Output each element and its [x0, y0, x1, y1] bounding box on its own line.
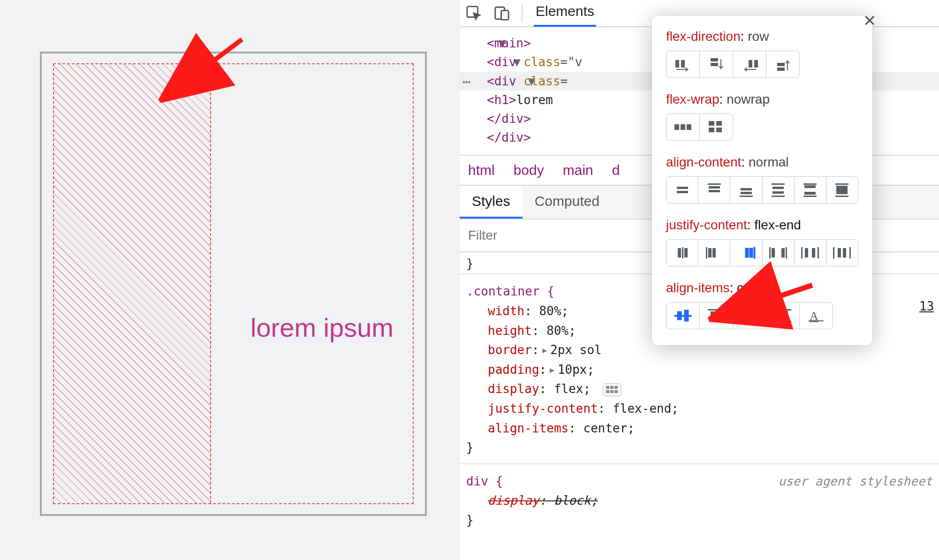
svg-rect-36 [772, 196, 785, 197]
label-flex-direction: flex-direction: row [666, 29, 858, 44]
svg-rect-61 [833, 247, 834, 258]
align-content-stretch-button[interactable] [826, 176, 858, 204]
svg-rect-27 [708, 183, 721, 185]
svg-rect-54 [772, 248, 775, 257]
svg-rect-76 [784, 311, 788, 320]
svg-rect-64 [849, 247, 851, 258]
flex-direction-column-button[interactable] [699, 51, 733, 78]
tab-styles[interactable]: Styles [460, 186, 523, 219]
svg-rect-59 [812, 248, 815, 257]
svg-rect-41 [835, 183, 848, 185]
svg-rect-20 [687, 124, 691, 130]
svg-rect-3 [501, 10, 509, 20]
svg-rect-62 [838, 248, 841, 257]
justify-content-center-button[interactable] [666, 239, 698, 266]
svg-rect-72 [751, 310, 755, 321]
svg-rect-55 [781, 248, 785, 257]
flex-direction-row-button[interactable] [666, 51, 700, 78]
decl-display-ua[interactable]: display: block; [488, 491, 932, 511]
align-items-start-button[interactable] [699, 302, 733, 329]
svg-rect-46 [684, 248, 688, 257]
decl-padding[interactable]: padding:▸10px; [488, 360, 932, 380]
svg-rect-19 [681, 124, 685, 130]
svg-rect-51 [750, 248, 753, 257]
svg-rect-39 [804, 192, 816, 195]
container-outline: lorem ipsum [40, 52, 427, 516]
justify-content-end-button[interactable] [730, 239, 762, 266]
decl-align-items[interactable]: align-items: center; [488, 419, 932, 439]
justify-content-space-between-button[interactable] [762, 239, 795, 266]
decl-display[interactable]: display: flex; [488, 379, 932, 399]
svg-rect-10 [675, 60, 679, 68]
svg-rect-13 [711, 63, 718, 66]
svg-rect-65 [674, 315, 691, 317]
svg-rect-70 [718, 311, 722, 322]
svg-rect-68 [708, 309, 725, 310]
group-flex-direction: flex-direction: row [666, 29, 858, 78]
rule-div-ua[interactable]: user agent stylesheet div { display: blo… [460, 463, 939, 536]
svg-rect-45 [682, 247, 683, 258]
svg-rect-71 [744, 313, 748, 321]
flex-wrap-nowrap-button[interactable] [666, 114, 700, 141]
group-justify-content: justify-content: flex-end [666, 218, 858, 266]
align-content-center-button[interactable] [666, 176, 698, 204]
svg-rect-9 [614, 390, 618, 393]
group-align-items: align-items: center A [666, 280, 858, 329]
svg-rect-75 [778, 311, 782, 320]
selector-div[interactable]: div { [466, 474, 503, 488]
svg-rect-29 [709, 190, 720, 192]
svg-rect-42 [836, 186, 848, 194]
crumb-div[interactable]: d [612, 162, 620, 178]
justify-content-space-evenly-button[interactable] [826, 239, 858, 266]
svg-rect-34 [772, 187, 784, 189]
align-content-space-around-button[interactable] [762, 176, 795, 204]
inspect-icon[interactable] [465, 5, 482, 22]
svg-rect-38 [804, 185, 816, 188]
align-items-stretch-button[interactable] [766, 302, 800, 329]
source-line-link[interactable]: 13 [919, 299, 934, 313]
svg-rect-77 [774, 321, 791, 322]
svg-rect-28 [709, 186, 720, 189]
svg-rect-32 [740, 196, 753, 197]
svg-rect-31 [741, 192, 752, 194]
align-content-start-button[interactable] [698, 176, 730, 204]
svg-rect-12 [711, 58, 718, 61]
toolbar-divider [522, 4, 523, 22]
svg-rect-49 [712, 248, 716, 257]
justify-content-start-button[interactable] [698, 239, 730, 266]
tab-elements[interactable]: Elements [534, 0, 596, 27]
decl-justify-content[interactable]: justify-content: flex-end; [488, 399, 932, 419]
flex-editor-icon[interactable] [603, 383, 621, 396]
svg-rect-57 [801, 247, 803, 258]
svg-rect-66 [677, 311, 682, 320]
tab-computed[interactable]: Computed [523, 186, 612, 219]
svg-rect-15 [754, 60, 758, 68]
crumb-main[interactable]: main [563, 162, 593, 178]
svg-rect-24 [716, 128, 722, 132]
align-items-end-button[interactable] [733, 302, 766, 329]
close-icon[interactable]: ✕ [863, 11, 876, 30]
align-content-space-between-button[interactable] [794, 176, 826, 204]
flex-direction-column-reverse-button[interactable] [766, 51, 800, 78]
justify-content-space-around-button[interactable] [794, 239, 826, 266]
svg-rect-43 [835, 196, 848, 197]
label-align-content: align-content: normal [666, 155, 858, 170]
selector-container[interactable]: .container { [466, 284, 554, 298]
align-content-end-button[interactable] [730, 176, 762, 204]
crumb-body[interactable]: body [514, 162, 544, 178]
svg-rect-14 [749, 60, 752, 68]
svg-rect-73 [741, 321, 758, 323]
svg-rect-18 [674, 124, 679, 130]
svg-rect-74 [774, 309, 791, 310]
align-items-baseline-button[interactable]: A [799, 302, 833, 329]
svg-rect-30 [741, 188, 752, 190]
svg-rect-53 [769, 247, 771, 258]
crumb-html[interactable]: html [468, 162, 495, 178]
device-toggle-icon[interactable] [493, 5, 510, 22]
svg-rect-33 [772, 183, 785, 185]
ua-stylesheet-label: user agent stylesheet [778, 472, 932, 492]
flex-wrap-wrap-button[interactable] [699, 114, 733, 141]
svg-rect-26 [677, 191, 688, 193]
align-items-center-button[interactable] [666, 302, 700, 329]
flex-direction-row-reverse-button[interactable] [733, 51, 766, 78]
